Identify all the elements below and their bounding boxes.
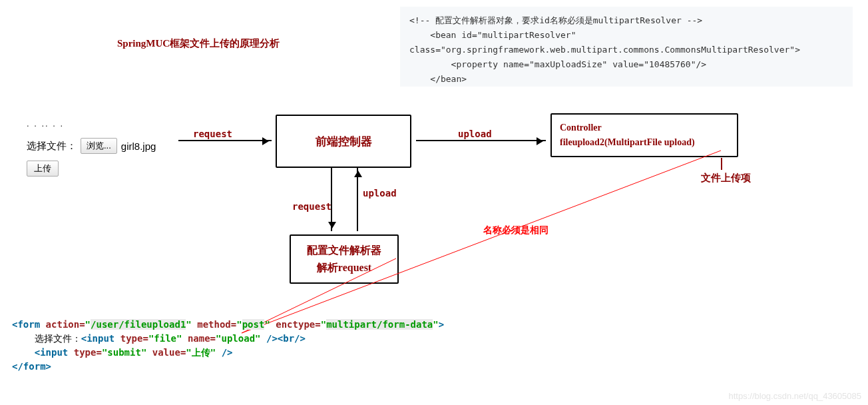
box-label: 配置文件解析器 — [307, 242, 381, 259]
diagram-page: SpringMUC框架文件上传的原理分析 <!-- 配置文件解析器对象，要求id… — [0, 0, 868, 405]
dash-to-label — [721, 158, 722, 170]
arrow-front-to-controller — [416, 140, 546, 141]
arrow-front-to-parser — [331, 168, 332, 231]
box-label: Controller — [560, 121, 602, 135]
diagram-title: SpringMUC框架文件上传的原理分析 — [117, 37, 280, 50]
arrow-form-to-front — [178, 140, 272, 141]
code-line: <!-- 配置文件解析器对象，要求id名称必须是multipartResolve… — [409, 15, 702, 25]
arrow-label: upload — [363, 188, 397, 199]
front-controller-box: 前端控制器 — [276, 115, 411, 168]
code-line: </form> — [12, 360, 444, 374]
selected-filename: girl8.jpg — [121, 141, 156, 152]
controller-box: Controller fileupload2(MultipartFile upl… — [550, 113, 738, 157]
code-line: <bean id="multipartResolver" — [409, 30, 576, 40]
arrow-parser-to-front — [357, 168, 358, 231]
upload-form-mock: . . .. . . 选择文件： 浏览... girl8.jpg 上传 — [27, 119, 156, 177]
red-note-label: 名称必须是相同 — [483, 224, 548, 236]
arrow-label: request — [193, 129, 232, 139]
arrow-label: request — [292, 201, 331, 212]
html-form-code: <form action="/user/fileupload1" method=… — [12, 318, 444, 374]
box-label: fileupload2(MultipartFile upload) — [560, 135, 695, 150]
file-parser-box: 配置文件解析器 解析request — [290, 234, 399, 284]
code-line: <property name="maxUploadSize" value="10… — [409, 59, 706, 69]
code-line: class="org.springframework.web.multipart… — [409, 45, 800, 55]
code-line: </bean> — [409, 74, 467, 84]
box-label: 前端控制器 — [316, 134, 372, 149]
form-dots: . . .. . . — [27, 119, 156, 129]
file-field-label: 选择文件： — [27, 140, 77, 153]
arrow-label: upload — [458, 129, 492, 139]
upload-button[interactable]: 上传 — [27, 161, 59, 177]
code-line: 选择文件：<input type="file" name="upload" />… — [12, 332, 444, 346]
code-line: <input type="submit" value="上传" /> — [12, 346, 444, 360]
xml-config-code: <!-- 配置文件解析器对象，要求id名称必须是multipartResolve… — [400, 7, 853, 87]
watermark: https://blog.csdn.net/qq_43605085 — [729, 391, 862, 401]
browse-button[interactable]: 浏览... — [81, 138, 117, 154]
code-line: <form action="/user/fileupload1" method=… — [12, 318, 444, 332]
upload-item-label: 文件上传项 — [701, 172, 751, 185]
box-label: 解析request — [317, 259, 371, 276]
